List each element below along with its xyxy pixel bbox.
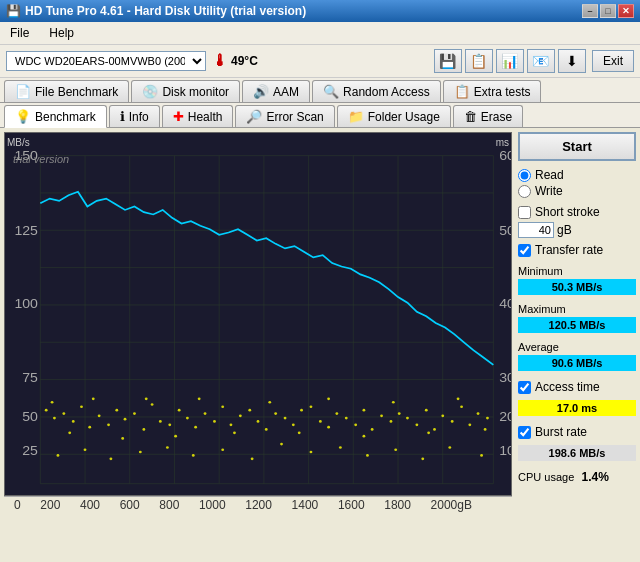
error-scan-icon: 🔎 bbox=[246, 109, 262, 124]
y-left-label: MB/s bbox=[7, 137, 30, 148]
cpu-usage-value: 1.4% bbox=[582, 470, 609, 484]
tab-file-benchmark[interactable]: 📄 File Benchmark bbox=[4, 80, 129, 102]
svg-point-82 bbox=[477, 412, 480, 415]
svg-point-89 bbox=[174, 435, 177, 438]
svg-point-38 bbox=[88, 426, 91, 429]
short-stroke-checkbox[interactable] bbox=[518, 206, 531, 219]
aam-icon: 🔊 bbox=[253, 84, 269, 99]
svg-point-101 bbox=[84, 448, 87, 451]
svg-point-61 bbox=[292, 424, 295, 427]
tabs-row2: 💡 Benchmark ℹ Info ✚ Health 🔎 Error Scan… bbox=[0, 103, 640, 128]
access-time-label[interactable]: Access time bbox=[518, 380, 636, 394]
svg-point-57 bbox=[257, 420, 260, 423]
svg-point-75 bbox=[415, 424, 418, 427]
svg-point-68 bbox=[354, 424, 357, 427]
svg-point-88 bbox=[145, 397, 148, 400]
svg-text:50: 50 bbox=[22, 409, 38, 425]
svg-text:30: 30 bbox=[499, 369, 511, 385]
close-button[interactable]: ✕ bbox=[618, 4, 634, 18]
short-stroke-label[interactable]: Short stroke bbox=[518, 205, 636, 219]
tab-health[interactable]: ✚ Health bbox=[162, 105, 234, 127]
tab-error-scan[interactable]: 🔎 Error Scan bbox=[235, 105, 334, 127]
read-radio-label[interactable]: Read bbox=[518, 168, 636, 182]
svg-point-51 bbox=[204, 412, 207, 415]
svg-point-44 bbox=[142, 428, 145, 431]
benchmark-icon: 💡 bbox=[15, 109, 31, 124]
save-icon-btn[interactable]: 💾 bbox=[434, 49, 462, 73]
tab-aam[interactable]: 🔊 AAM bbox=[242, 80, 310, 102]
svg-point-45 bbox=[151, 403, 154, 406]
tab-info[interactable]: ℹ Info bbox=[109, 105, 160, 127]
exit-button[interactable]: Exit bbox=[592, 50, 634, 72]
svg-text:125: 125 bbox=[14, 222, 38, 238]
svg-text:20: 20 bbox=[499, 409, 511, 425]
svg-point-93 bbox=[298, 431, 301, 434]
svg-point-79 bbox=[451, 420, 454, 423]
menu-file[interactable]: File bbox=[4, 24, 35, 42]
drive-select[interactable]: WDC WD20EARS-00MVWB0 (2000 gB) bbox=[6, 51, 206, 71]
svg-point-103 bbox=[139, 451, 142, 454]
read-write-radio-group: Read Write bbox=[518, 166, 636, 200]
download-icon-btn[interactable]: ⬇ bbox=[558, 49, 586, 73]
thermometer-icon: 🌡 bbox=[212, 52, 228, 70]
write-radio-label[interactable]: Write bbox=[518, 184, 636, 198]
svg-point-42 bbox=[124, 418, 127, 421]
svg-point-59 bbox=[274, 412, 277, 415]
transfer-rate-label[interactable]: Transfer rate bbox=[518, 243, 636, 257]
svg-point-112 bbox=[394, 448, 397, 451]
tab-erase[interactable]: 🗑 Erase bbox=[453, 105, 523, 127]
toolbar: WDC WD20EARS-00MVWB0 (2000 gB) 🌡 49°C 💾 … bbox=[0, 45, 640, 78]
short-stroke-spinbox[interactable] bbox=[518, 222, 554, 238]
svg-text:10: 10 bbox=[499, 443, 511, 459]
svg-text:75: 75 bbox=[22, 369, 38, 385]
maximize-button[interactable]: □ bbox=[600, 4, 616, 18]
svg-point-94 bbox=[327, 397, 330, 400]
burst-rate-label[interactable]: Burst rate bbox=[518, 425, 636, 439]
write-radio[interactable] bbox=[518, 185, 531, 198]
svg-point-78 bbox=[441, 414, 444, 417]
svg-point-102 bbox=[109, 457, 112, 460]
start-button[interactable]: Start bbox=[518, 132, 636, 161]
svg-point-40 bbox=[107, 424, 110, 427]
extra-tests-icon: 📋 bbox=[454, 84, 470, 99]
copy-icon-btn[interactable]: 📋 bbox=[465, 49, 493, 73]
app-title: HD Tune Pro 4.61 - Hard Disk Utility (tr… bbox=[25, 4, 306, 18]
email-icon-btn[interactable]: 📧 bbox=[527, 49, 555, 73]
svg-text:40: 40 bbox=[499, 296, 511, 312]
svg-text:25: 25 bbox=[22, 443, 38, 459]
erase-icon: 🗑 bbox=[464, 109, 477, 124]
access-time-checkbox[interactable] bbox=[518, 381, 531, 394]
tab-benchmark[interactable]: 💡 Benchmark bbox=[4, 105, 107, 128]
svg-point-76 bbox=[425, 409, 428, 412]
burst-rate-checkbox[interactable] bbox=[518, 426, 531, 439]
tab-disk-monitor[interactable]: 💿 Disk monitor bbox=[131, 80, 240, 102]
svg-point-110 bbox=[339, 446, 342, 449]
svg-point-53 bbox=[221, 405, 224, 408]
svg-point-34 bbox=[53, 417, 56, 420]
svg-text:100: 100 bbox=[14, 296, 38, 312]
tab-folder-usage[interactable]: 📁 Folder Usage bbox=[337, 105, 451, 127]
report-icon-btn[interactable]: 📊 bbox=[496, 49, 524, 73]
svg-point-113 bbox=[421, 457, 424, 460]
svg-point-63 bbox=[310, 405, 313, 408]
svg-point-73 bbox=[398, 412, 401, 415]
window-controls: – □ ✕ bbox=[582, 4, 634, 18]
disk-monitor-icon: 💿 bbox=[142, 84, 158, 99]
transfer-rate-checkbox[interactable] bbox=[518, 244, 531, 257]
y-right-label: ms bbox=[496, 137, 509, 148]
app-icon: 💾 bbox=[6, 4, 21, 18]
tab-extra-tests[interactable]: 📋 Extra tests bbox=[443, 80, 542, 102]
svg-point-64 bbox=[319, 420, 322, 423]
svg-point-65 bbox=[327, 426, 330, 429]
read-radio[interactable] bbox=[518, 169, 531, 182]
svg-point-92 bbox=[268, 401, 271, 404]
svg-point-106 bbox=[221, 448, 224, 451]
svg-point-77 bbox=[433, 428, 436, 431]
menu-help[interactable]: Help bbox=[43, 24, 80, 42]
tab-random-access[interactable]: 🔍 Random Access bbox=[312, 80, 441, 102]
maximum-stat: Maximum 120.5 MB/s bbox=[518, 302, 636, 333]
minimize-button[interactable]: – bbox=[582, 4, 598, 18]
minimum-stat: Minimum 50.3 MB/s bbox=[518, 264, 636, 295]
svg-point-109 bbox=[310, 451, 313, 454]
svg-point-56 bbox=[248, 409, 251, 412]
